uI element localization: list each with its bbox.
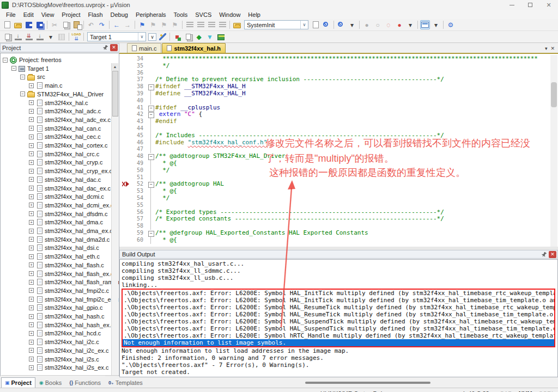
undo-icon[interactable]: ↶ [86, 20, 96, 29]
tree-item-stm32f4xx-hal-flash-c[interactable]: +stm32f4xx_hal_flash.c [29, 261, 104, 270]
collapse-icon[interactable]: − [3, 58, 8, 63]
tree-item-stm32f4xx-hal-crc-c[interactable]: +stm32f4xx_hal_crc.c [29, 150, 99, 158]
cut-icon[interactable]: ✂ [50, 20, 59, 29]
document-tab-main-c[interactable]: main.c [127, 43, 161, 53]
tree-item-stm32f4xx-hal-dma-c[interactable]: +stm32f4xx_hal_dma.c [29, 218, 103, 226]
tree-item-stm32f4xx-hal-dsi-c[interactable]: +stm32f4xx_hal_dsi.c [29, 243, 99, 252]
expand-icon[interactable]: + [29, 126, 34, 131]
expand-icon[interactable]: + [29, 262, 34, 267]
target-check-icon[interactable]: ∨ [148, 33, 156, 41]
expand-icon[interactable]: + [29, 280, 34, 285]
expand-icon[interactable]: + [29, 83, 34, 88]
minimize-button[interactable] [502, 0, 521, 10]
expand-icon[interactable]: + [29, 246, 34, 250]
tree-item-stm32f4xx-hal-i2s-ex-c[interactable]: +stm32f4xx_hal_i2s_ex.c [29, 363, 108, 372]
menu-view[interactable]: View [38, 11, 58, 19]
tree-item-stm32f4xx-hal-adc-ex-c[interactable]: +stm32f4xx_hal_adc_ex.c [29, 115, 111, 124]
expand-icon[interactable]: + [29, 340, 34, 345]
manage-books-icon[interactable] [183, 32, 193, 41]
next-bookmark-icon[interactable]: ⚑ [148, 20, 158, 29]
panel-tab-functions[interactable]: Functions [65, 377, 105, 388]
expand-icon[interactable]: + [29, 160, 34, 165]
window-layout-dropdown-icon[interactable]: ▾ [431, 20, 441, 29]
menu-help[interactable]: Help [244, 11, 264, 19]
download-icon[interactable] [71, 32, 81, 41]
expand-icon[interactable]: + [29, 151, 34, 156]
options-for-target-icon[interactable] [157, 32, 167, 41]
uncomment-icon[interactable] [217, 20, 227, 29]
edit-document-icon[interactable] [311, 20, 320, 29]
tree-vertical-scrollbar[interactable]: ▲ [111, 63, 118, 392]
tab-list-dropdown-icon[interactable]: ▾ [545, 46, 548, 51]
expand-icon[interactable]: + [29, 220, 34, 225]
scrollbar-thumb[interactable] [112, 71, 118, 117]
close-icon[interactable]: ✕ [110, 44, 118, 51]
configure-tools-icon[interactable]: ⚙ [446, 20, 456, 29]
disable-breakpoint-icon[interactable]: ○ [373, 20, 383, 29]
enable-breakpoint-icon[interactable]: ● [362, 20, 372, 29]
tree-item-stm32f4xx-hal-dac-c[interactable]: +stm32f4xx_hal_dac.c [29, 175, 101, 184]
tree-item-stm32f4xx-hal-flash-ex-c[interactable]: +stm32f4xx_hal_flash_ex.c [29, 270, 114, 278]
linker-error-line[interactable]: .\Objects\freertos.axf: Error: L6200E: S… [123, 318, 554, 325]
close-button[interactable]: ✕ [539, 0, 558, 10]
menu-peripherals[interactable]: Peripherals [132, 11, 170, 19]
code-editor[interactable]: 34 *************************************… [119, 55, 550, 247]
linker-error-line[interactable]: .\Objects\freertos.axf: Error: L6200E: S… [123, 325, 554, 332]
expand-icon[interactable]: + [29, 322, 34, 327]
tree-item-stm32f4xx-hal-hcd-c[interactable]: +stm32f4xx_hal_hcd.c [29, 329, 101, 338]
menu-tools[interactable]: Tools [170, 11, 192, 19]
fold-marker-icon[interactable] [148, 153, 155, 160]
pin-icon[interactable] [541, 251, 548, 258]
tree-item-stm32f4xx-hal-dma2d-c[interactable]: +stm32f4xx_hal_dma2d.c [29, 235, 110, 244]
maximize-button[interactable] [521, 0, 539, 10]
pin-icon[interactable] [102, 44, 109, 51]
search-icon[interactable] [336, 20, 346, 29]
tree-item-target-1[interactable]: −Target 1 [11, 64, 49, 73]
rebuild-all-icon[interactable] [24, 32, 34, 41]
expand-icon[interactable]: + [29, 109, 34, 114]
translate-file-icon[interactable] [2, 32, 12, 41]
tree-item-stm32f4xx-hal-i2s-c[interactable]: +stm32f4xx_hal_i2s.c [29, 355, 99, 364]
breakpoint-dropdown-icon[interactable]: ▾ [405, 20, 415, 29]
fold-marker-icon[interactable] [148, 181, 155, 188]
menu-window[interactable]: Window [215, 11, 244, 19]
open-file-icon[interactable] [13, 20, 23, 29]
project-tree[interactable]: +stm32f4xx_hal_i2s_ex.c+stm32f4xx_hal_i2… [0, 53, 119, 392]
expand-icon[interactable]: + [29, 331, 34, 336]
linker-error-line[interactable]: .\Objects\freertos.axf: Error: L6200E: S… [123, 304, 554, 311]
tree-item-stm32f4xx-hal-cec-c[interactable]: +stm32f4xx_hal_cec.c [29, 132, 101, 141]
paste-icon[interactable] [71, 20, 81, 29]
navigate-forward-icon[interactable]: → [123, 20, 132, 29]
linker-error-line[interactable]: .\Objects\freertos.axf: Error: L6200E: S… [123, 297, 554, 304]
expand-icon[interactable]: + [29, 254, 34, 259]
expand-icon[interactable]: + [29, 203, 34, 207]
tree-item-stm32f4xx-hal-dac-ex-c[interactable]: +stm32f4xx_hal_dac_ex.c [29, 184, 111, 193]
clear-bookmarks-icon[interactable]: ⚑ [170, 20, 180, 29]
tree-item-stm32f4xx-hal-cryp-ex-c[interactable]: +stm32f4xx_hal_cryp_ex.c [29, 167, 112, 175]
batch-build-icon[interactable] [35, 32, 45, 41]
expand-icon[interactable]: + [29, 229, 34, 234]
indent-icon[interactable] [185, 20, 195, 29]
prev-bookmark-icon[interactable]: ⚑ [159, 20, 169, 29]
batch-dropdown-icon[interactable]: ▾ [46, 32, 56, 41]
panel-tab-templates[interactable]: Templates [105, 377, 147, 388]
tree-item-stm32f4xx-hal-i2c-c[interactable]: +stm32f4xx_hal_i2c.c [29, 338, 99, 346]
menu-svcs[interactable]: SVCS [191, 11, 215, 19]
tree-item-stm32f4xx-hal-fmpi2c-ex-c[interactable]: +stm32f4xx_hal_fmpi2c_ex.c [29, 295, 119, 304]
tree-item-stm32f4xx-hal-dcmi-ex-c[interactable]: +stm32f4xx_hal_dcmi_ex.c [29, 201, 114, 210]
save-all-icon[interactable] [35, 20, 45, 29]
fold-marker-icon[interactable] [148, 83, 155, 90]
kill-breakpoints-icon[interactable]: ◌ [384, 20, 393, 29]
panel-tab-project[interactable]: Project [1, 377, 35, 388]
redo-icon[interactable]: ↷ [97, 20, 107, 29]
editor-vertical-scrollbar[interactable] [550, 55, 557, 247]
pack-installer-icon[interactable] [216, 32, 226, 41]
tree-item-stm32f4xx-hal-cortex-c[interactable]: +stm32f4xx_hal_cortex.c [29, 141, 108, 150]
open-folder-small-icon[interactable] [232, 20, 242, 29]
linker-error-line[interactable]: .\Objects\freertos.axf: Error: L6200E: S… [123, 311, 554, 318]
scrollbar-thumb[interactable] [551, 82, 557, 107]
close-icon[interactable]: ✕ [549, 251, 556, 258]
tree-item-stm32f4xx-hal-eth-c[interactable]: +stm32f4xx_hal_eth.c [29, 252, 100, 261]
expand-icon[interactable]: + [29, 186, 34, 191]
expand-icon[interactable]: + [29, 271, 34, 276]
